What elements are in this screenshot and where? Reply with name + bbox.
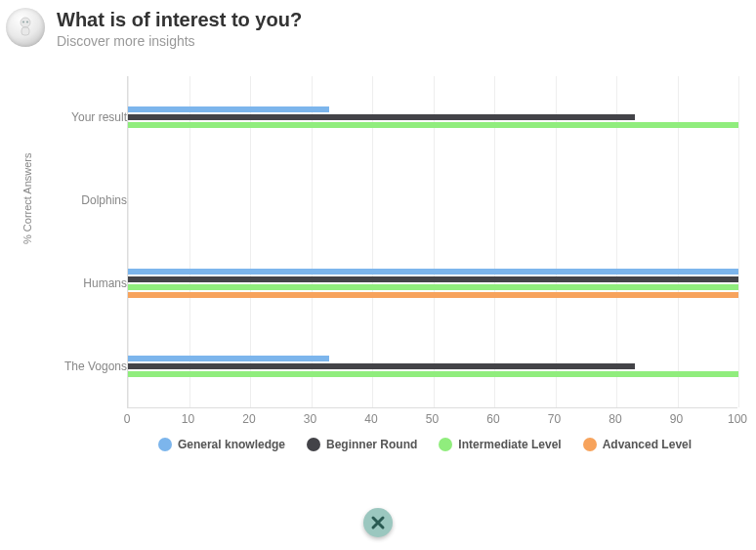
legend-item[interactable]: Beginner Round	[307, 438, 417, 451]
legend-label: Beginner Round	[326, 438, 417, 451]
x-tick-label: 10	[182, 412, 194, 426]
legend-item[interactable]: Advanced Level	[583, 438, 692, 451]
x-tick-label: 90	[670, 412, 683, 426]
gridline	[738, 76, 739, 407]
legend-swatch	[307, 438, 320, 451]
legend-label: Advanced Level	[603, 438, 692, 451]
svg-point-1	[22, 21, 24, 22]
page-title: What is of interest to you?	[57, 8, 302, 31]
x-tick-label: 30	[304, 412, 316, 426]
close-icon	[370, 515, 386, 530]
x-tick-label: 70	[548, 412, 561, 426]
legend-swatch	[583, 438, 597, 451]
close-button[interactable]	[363, 508, 393, 537]
category-label: Your result	[20, 110, 127, 124]
x-axis-ticks: 0102030405060708090100	[127, 412, 737, 432]
header: What is of interest to you? Discover mor…	[0, 0, 756, 49]
legend-swatch	[439, 438, 452, 451]
x-tick-label: 80	[609, 412, 621, 426]
robot-icon	[12, 14, 39, 41]
category-label: The Vogons	[20, 360, 127, 373]
svg-rect-3	[21, 27, 29, 35]
x-tick-label: 100	[728, 412, 747, 426]
x-tick-label: 50	[426, 412, 439, 426]
bar[interactable]	[128, 356, 329, 361]
bar[interactable]	[128, 371, 738, 377]
x-tick-label: 40	[364, 412, 377, 426]
legend-swatch	[158, 438, 172, 451]
bar[interactable]	[128, 269, 738, 275]
bar[interactable]	[128, 106, 329, 112]
bar[interactable]	[128, 122, 738, 128]
legend-item[interactable]: Intermediate Level	[439, 438, 561, 451]
x-tick-label: 60	[486, 412, 499, 426]
x-tick-label: 0	[124, 412, 131, 426]
legend-label: General knowledge	[178, 438, 285, 451]
category-label: Humans	[20, 276, 127, 290]
legend: General knowledgeBeginner RoundIntermedi…	[107, 438, 742, 451]
svg-point-0	[21, 18, 30, 27]
plot-area	[127, 76, 737, 408]
x-tick-label: 20	[242, 412, 255, 426]
bar[interactable]	[128, 284, 738, 290]
category-label: Dolphins	[20, 193, 127, 207]
bar[interactable]	[128, 292, 738, 298]
page-subtitle: Discover more insights	[57, 33, 302, 49]
svg-point-2	[26, 21, 28, 22]
bar[interactable]	[128, 363, 635, 369]
bar[interactable]	[128, 114, 635, 120]
avatar	[6, 8, 45, 47]
legend-item[interactable]: General knowledge	[158, 438, 285, 451]
bar[interactable]	[128, 276, 738, 282]
legend-label: Intermediate Level	[458, 438, 561, 451]
